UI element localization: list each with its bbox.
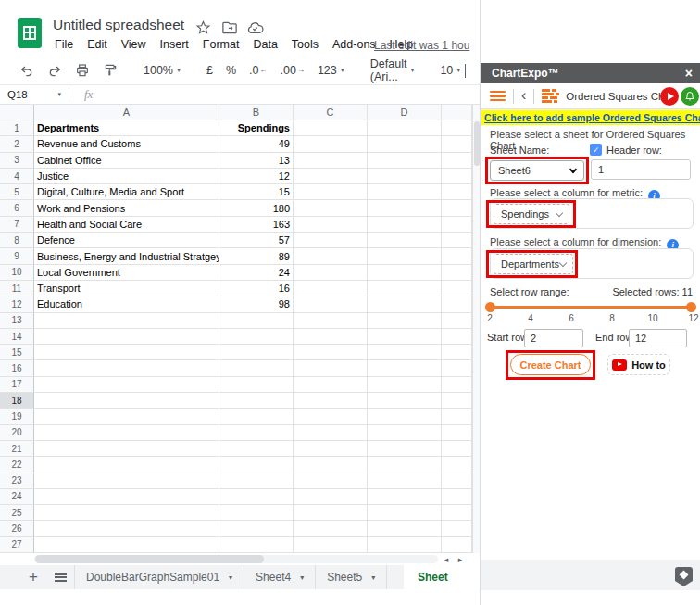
- cell[interactable]: [294, 281, 368, 296]
- print-button[interactable]: [69, 59, 96, 82]
- row-header-27[interactable]: 27: [0, 537, 34, 553]
- start-row-input[interactable]: [524, 329, 583, 347]
- cell[interactable]: [442, 265, 472, 281]
- row-range-slider[interactable]: [490, 306, 694, 309]
- shield-star-icon[interactable]: [675, 567, 693, 586]
- cell[interactable]: 49: [219, 136, 294, 152]
- redo-button[interactable]: [41, 59, 69, 82]
- cell[interactable]: [442, 360, 472, 376]
- cell[interactable]: [442, 537, 472, 553]
- cell[interactable]: [294, 377, 368, 393]
- row-header-2[interactable]: 2: [0, 136, 34, 152]
- scroll-left-icon[interactable]: ◂: [440, 554, 453, 564]
- row-header-11[interactable]: 11: [0, 281, 34, 296]
- cell[interactable]: 24: [219, 265, 294, 281]
- cell[interactable]: [442, 457, 472, 473]
- cell[interactable]: [368, 409, 442, 424]
- sheet-tab-sheet5[interactable]: Sheet5▾: [316, 565, 387, 589]
- add-sample-link[interactable]: Click here to add sample Ordered Squares…: [484, 112, 700, 123]
- cell[interactable]: [294, 217, 368, 233]
- cell[interactable]: [442, 281, 472, 296]
- font-size-select[interactable]: 10▾: [433, 59, 467, 82]
- menu-view[interactable]: View: [119, 37, 149, 52]
- row-header-7[interactable]: 7: [0, 217, 34, 233]
- cell[interactable]: [368, 345, 442, 360]
- row-header-13[interactable]: 13: [0, 313, 34, 329]
- cell[interactable]: [442, 489, 472, 505]
- col-header-partial[interactable]: [442, 105, 472, 120]
- cell[interactable]: [294, 409, 368, 424]
- cell[interactable]: [34, 377, 219, 393]
- cell[interactable]: [442, 521, 472, 536]
- slider-handle-start[interactable]: [485, 302, 495, 312]
- cell[interactable]: [368, 136, 442, 152]
- cell[interactable]: [368, 393, 442, 409]
- cell[interactable]: [294, 360, 368, 376]
- cell[interactable]: [294, 393, 368, 409]
- menu-file[interactable]: File: [52, 37, 76, 52]
- row-header-1[interactable]: 1: [0, 120, 34, 136]
- menu-format[interactable]: Format: [200, 37, 243, 52]
- move-folder-icon[interactable]: [221, 19, 238, 36]
- cell[interactable]: Transport: [34, 281, 219, 296]
- menu-edit[interactable]: Edit: [84, 37, 110, 52]
- row-header-25[interactable]: 25: [0, 505, 34, 521]
- increase-decimal-button[interactable]: .00→: [274, 59, 311, 82]
- percent-format-button[interactable]: %: [219, 59, 243, 82]
- cell[interactable]: [34, 537, 219, 553]
- cell[interactable]: [442, 393, 472, 409]
- sheets-logo-icon[interactable]: [18, 18, 42, 48]
- row-header-26[interactable]: 26: [0, 521, 34, 536]
- cell[interactable]: [442, 248, 472, 264]
- cell[interactable]: [294, 457, 368, 473]
- cell[interactable]: [219, 329, 294, 345]
- header-row-input[interactable]: [591, 159, 691, 180]
- row-header-5[interactable]: 5: [0, 184, 34, 200]
- cell[interactable]: [34, 457, 219, 473]
- cell[interactable]: [368, 521, 442, 536]
- cell[interactable]: [294, 169, 368, 184]
- cell[interactable]: 89: [219, 248, 294, 264]
- sheet-tab-sheet4[interactable]: Sheet4▾: [244, 565, 316, 589]
- sheet-tab-caret-icon[interactable]: ▾: [229, 573, 232, 582]
- row-header-24[interactable]: 24: [0, 489, 34, 505]
- video-play-button[interactable]: [660, 87, 679, 106]
- cell[interactable]: [294, 425, 368, 441]
- cell[interactable]: [442, 441, 472, 457]
- cell[interactable]: 15: [219, 184, 294, 200]
- cell[interactable]: [34, 505, 219, 521]
- cell[interactable]: [368, 248, 442, 264]
- row-header-4[interactable]: 4: [0, 169, 34, 184]
- col-header-C[interactable]: C: [294, 105, 368, 120]
- row-header-14[interactable]: 14: [0, 329, 34, 345]
- row-header-22[interactable]: 22: [0, 457, 34, 473]
- cell[interactable]: [294, 265, 368, 281]
- cell[interactable]: [442, 169, 472, 184]
- row-header-17[interactable]: 17: [0, 377, 34, 393]
- cell[interactable]: [368, 184, 442, 200]
- cell[interactable]: [294, 233, 368, 248]
- cell[interactable]: [442, 233, 472, 248]
- cell[interactable]: Digital, Culture, Media and Sport: [34, 184, 219, 200]
- row-header-9[interactable]: 9: [0, 248, 34, 264]
- row-header-3[interactable]: 3: [0, 153, 34, 169]
- cell[interactable]: [442, 473, 472, 489]
- cell[interactable]: [368, 200, 442, 216]
- cell[interactable]: 98: [219, 296, 294, 312]
- cell[interactable]: [368, 505, 442, 521]
- sheet-tab-doublebargraphsample01[interactable]: DoubleBarGraphSample01▾: [74, 565, 244, 589]
- active-sheet-tab[interactable]: Sheet: [404, 565, 480, 589]
- cell[interactable]: 12: [219, 169, 294, 184]
- decrease-decimal-button[interactable]: .0←: [243, 59, 273, 82]
- cell[interactable]: [442, 377, 472, 393]
- cell[interactable]: [442, 153, 472, 169]
- cell[interactable]: [294, 329, 368, 345]
- cell[interactable]: [219, 505, 294, 521]
- cell[interactable]: [219, 360, 294, 376]
- col-header-A[interactable]: A: [34, 105, 219, 120]
- cell[interactable]: [34, 409, 219, 424]
- cell[interactable]: [219, 377, 294, 393]
- cell[interactable]: [219, 473, 294, 489]
- cell[interactable]: [34, 425, 219, 441]
- cell[interactable]: Cabinet Office: [34, 153, 219, 169]
